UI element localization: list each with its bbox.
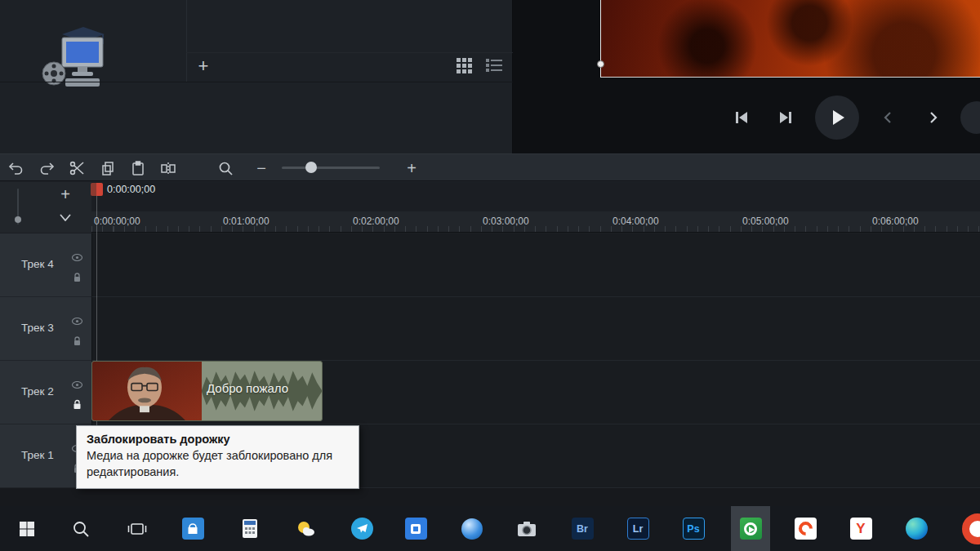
taskbar-search-button[interactable] (63, 506, 99, 551)
store-icon (182, 518, 204, 540)
store-app-button[interactable] (175, 506, 211, 551)
telegram-icon (351, 518, 373, 540)
ruler-label: 0:01:00;00 (223, 216, 270, 227)
eye-icon[interactable] (72, 250, 82, 264)
redo-button[interactable] (35, 158, 58, 179)
copy-button[interactable] (96, 158, 119, 179)
edge-browser-button[interactable] (898, 506, 934, 551)
track-lane-3[interactable] (91, 297, 980, 361)
lock-icon[interactable] (73, 398, 82, 413)
blue-app-button[interactable] (398, 506, 434, 551)
task-view-button[interactable] (119, 506, 155, 551)
track-row-4: Трек 4 (0, 233, 980, 297)
ruler-label: 0:06:00;00 (872, 216, 919, 227)
lock-icon[interactable] (73, 271, 82, 286)
ruler-label: 0:04:00;00 (612, 216, 659, 227)
crop-handle[interactable] (597, 60, 604, 68)
track-row-3: Трек 3 (0, 297, 980, 361)
track-name: Трек 2 (21, 385, 54, 398)
timeline-ruler[interactable]: 0:00:00;00 0:01:00;00 0:02:00;00 0:03:00… (91, 211, 980, 233)
next-clip-button[interactable] (920, 104, 946, 131)
zoom-slider-thumb[interactable] (305, 162, 317, 173)
detach-preview-button[interactable] (960, 101, 980, 134)
task-view-icon (127, 521, 147, 537)
camera-icon (516, 520, 537, 538)
track-height-slider-thumb[interactable] (15, 216, 21, 223)
panel-divider (186, 52, 513, 53)
adobe-photoshop-button[interactable]: Ps (675, 506, 711, 551)
telegram-app-button[interactable] (344, 506, 380, 551)
camtasia-icon (740, 518, 762, 540)
calculator-app-button[interactable] (232, 506, 268, 551)
camtasia-app-button[interactable] (731, 506, 770, 551)
timeline-gutter (0, 182, 91, 233)
eye-icon[interactable] (72, 377, 82, 392)
edge-icon (906, 518, 928, 540)
tooltip-title: Заблокировать дорожку (87, 433, 349, 446)
adobe-lightroom-button[interactable]: Lr (620, 506, 656, 551)
lock-track-tooltip: Заблокировать дорожку Медиа на дорожке б… (76, 425, 359, 489)
ruler-label: 0:03:00;00 (483, 216, 529, 227)
adobe-bridge-icon: Br (572, 518, 594, 540)
previous-clip-button[interactable] (875, 104, 902, 131)
weather-app-button[interactable] (288, 506, 324, 551)
track-name: Трек 4 (21, 258, 54, 270)
undo-button[interactable] (5, 158, 28, 179)
chevron-down-icon (60, 214, 71, 221)
camtasia-window: + (0, 0, 980, 551)
blue-app-icon (405, 518, 427, 540)
tooltip-body: Медиа на дорожке будет заблокировано для… (87, 448, 349, 480)
timeline-clip[interactable]: Добро пожало (91, 361, 323, 421)
clip-waveform: Добро пожало (202, 362, 322, 420)
track-name: Трек 1 (21, 449, 54, 461)
calculator-icon (242, 518, 258, 539)
track-header-3[interactable]: Трек 3 (0, 297, 91, 361)
grid-view-icon[interactable] (456, 57, 474, 73)
playhead-time: 0:00:00;00 (107, 184, 155, 195)
adobe-lightroom-icon: Lr (627, 518, 649, 540)
adobe-bridge-button[interactable]: Br (564, 506, 600, 551)
track-header-2[interactable]: Трек 2 (0, 361, 91, 424)
add-media-button[interactable]: + (191, 54, 216, 78)
step-forward-button[interactable] (771, 103, 800, 132)
camtasia-recorder-button[interactable] (787, 506, 823, 551)
step-back-button[interactable] (727, 103, 756, 132)
start-button[interactable] (9, 506, 45, 551)
camera-app-button[interactable] (509, 506, 545, 551)
track-height-slider[interactable] (16, 189, 20, 224)
track-name: Трек 3 (21, 322, 54, 334)
browser-app-button[interactable] (454, 506, 490, 551)
ruler-label: 0:05:00;00 (742, 216, 789, 227)
weather-icon (296, 520, 317, 538)
ruler-ticks (91, 226, 980, 232)
recorder-icon (795, 518, 817, 540)
collapse-tracks-button[interactable] (54, 207, 77, 227)
eye-icon[interactable] (72, 313, 82, 328)
add-track-button[interactable]: + (54, 184, 77, 205)
timeline-empty-area (0, 488, 980, 506)
windows-logo-icon (19, 521, 35, 537)
cut-button[interactable] (65, 158, 88, 179)
paste-button[interactable] (127, 158, 149, 179)
panel-divider (0, 82, 513, 82)
preview-video[interactable] (600, 0, 980, 78)
clip-thumbnail (92, 362, 202, 420)
search-icon (72, 520, 90, 538)
zoom-slider[interactable] (282, 167, 380, 169)
yandex-icon: Y (850, 518, 872, 540)
zoom-in-button[interactable]: + (400, 158, 423, 179)
track-header-4[interactable]: Трек 4 (0, 233, 91, 297)
windows-taskbar: Br Lr Ps Y (0, 506, 980, 551)
ruler-label: 0:02:00;00 (353, 216, 399, 227)
yandex-browser-button[interactable]: Y (843, 506, 879, 551)
track-lane-4[interactable] (91, 233, 980, 297)
app-icon-partial[interactable] (962, 513, 980, 544)
playhead[interactable] (91, 183, 103, 196)
list-view-icon[interactable] (485, 57, 503, 73)
play-button[interactable] (815, 96, 859, 140)
zoom-out-button[interactable]: − (250, 158, 273, 179)
split-button[interactable] (157, 158, 180, 179)
clip-label: Добро пожало (207, 381, 288, 395)
lock-icon[interactable] (73, 335, 82, 349)
adobe-photoshop-icon: Ps (683, 518, 705, 540)
